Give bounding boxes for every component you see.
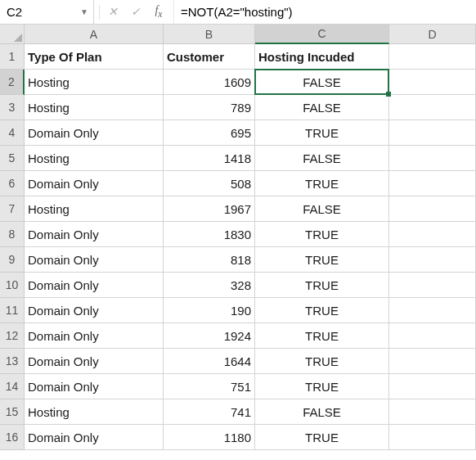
cell-A7[interactable]: Hosting	[25, 196, 164, 222]
fill-handle[interactable]	[386, 92, 391, 97]
cell-A12[interactable]: Domain Only	[25, 323, 164, 349]
cell-D8[interactable]	[389, 222, 476, 247]
cell-C5[interactable]: FALSE	[255, 146, 389, 171]
formula-bar: C2 ▼ ✕ ✓ fx =NOT(A2="hosting")	[0, 0, 476, 25]
separator	[99, 5, 100, 20]
cell-D3[interactable]	[389, 95, 476, 120]
cell-C13[interactable]: TRUE	[255, 349, 389, 374]
row-header-16[interactable]: 16	[0, 425, 25, 450]
enter-icon[interactable]: ✓	[124, 5, 147, 19]
cell-D6[interactable]	[389, 171, 476, 196]
column-header-A[interactable]: A	[25, 25, 164, 44]
cell-B16[interactable]: 1180	[164, 425, 255, 450]
cell-A15[interactable]: Hosting	[25, 399, 164, 425]
cell-B13[interactable]: 1644	[164, 349, 255, 374]
cell-D7[interactable]	[389, 196, 476, 222]
cell-D13[interactable]	[389, 349, 476, 374]
cell-B7[interactable]: 1967	[164, 196, 255, 222]
row-header-9[interactable]: 9	[0, 247, 25, 273]
cell-B12[interactable]: 1924	[164, 323, 255, 349]
cell-A13[interactable]: Domain Only	[25, 349, 164, 374]
spreadsheet-grid: ABCD1Type Of PlanCustomerHosting Incuded…	[0, 25, 476, 450]
row-header-6[interactable]: 6	[0, 171, 25, 196]
cell-B9[interactable]: 818	[164, 247, 255, 273]
cell-C6[interactable]: TRUE	[255, 171, 389, 196]
cell-D14[interactable]	[389, 374, 476, 399]
cell-A4[interactable]: Domain Only	[25, 120, 164, 146]
cell-C8[interactable]: TRUE	[255, 222, 389, 247]
cell-B3[interactable]: 789	[164, 95, 255, 120]
cell-A10[interactable]: Domain Only	[25, 273, 164, 298]
row-header-2[interactable]: 2	[0, 70, 25, 95]
cell-C7[interactable]: FALSE	[255, 196, 389, 222]
cell-B6[interactable]: 508	[164, 171, 255, 196]
cell-D1[interactable]	[389, 44, 476, 70]
row-header-10[interactable]: 10	[0, 273, 25, 298]
formula-text: =NOT(A2="hosting")	[181, 5, 293, 19]
cell-B8[interactable]: 1830	[164, 222, 255, 247]
cell-D9[interactable]	[389, 247, 476, 273]
row-header-14[interactable]: 14	[0, 374, 25, 399]
cell-B4[interactable]: 695	[164, 120, 255, 146]
cell-C12[interactable]: TRUE	[255, 323, 389, 349]
row-header-13[interactable]: 13	[0, 349, 25, 374]
cell-C11[interactable]: TRUE	[255, 298, 389, 323]
cell-D11[interactable]	[389, 298, 476, 323]
cell-A8[interactable]: Domain Only	[25, 222, 164, 247]
row-header-3[interactable]: 3	[0, 95, 25, 120]
row-header-11[interactable]: 11	[0, 298, 25, 323]
cell-D4[interactable]	[389, 120, 476, 146]
fx-icon[interactable]: fx	[147, 4, 170, 20]
cell-D16[interactable]	[389, 425, 476, 450]
cell-A14[interactable]: Domain Only	[25, 374, 164, 399]
cell-C1[interactable]: Hosting Incuded	[255, 44, 389, 70]
cell-A5[interactable]: Hosting	[25, 146, 164, 171]
row-header-5[interactable]: 5	[0, 146, 25, 171]
cell-C15[interactable]: FALSE	[255, 399, 389, 425]
formula-bar-buttons: ✕ ✓ fx	[94, 0, 173, 24]
row-header-7[interactable]: 7	[0, 196, 25, 222]
select-all-corner[interactable]	[0, 25, 25, 44]
cell-A3[interactable]: Hosting	[25, 95, 164, 120]
cell-B1[interactable]: Customer	[164, 44, 255, 70]
cell-A16[interactable]: Domain Only	[25, 425, 164, 450]
row-header-1[interactable]: 1	[0, 44, 25, 70]
row-header-8[interactable]: 8	[0, 222, 25, 247]
cell-C2[interactable]: FALSE	[255, 70, 389, 95]
chevron-down-icon[interactable]: ▼	[80, 7, 88, 16]
row-header-12[interactable]: 12	[0, 323, 25, 349]
cell-C9[interactable]: TRUE	[255, 247, 389, 273]
cell-A2[interactable]: Hosting	[25, 70, 164, 95]
cell-A1[interactable]: Type Of Plan	[25, 44, 164, 70]
cell-D5[interactable]	[389, 146, 476, 171]
cell-C3[interactable]: FALSE	[255, 95, 389, 120]
cell-C16[interactable]: TRUE	[255, 425, 389, 450]
cancel-icon[interactable]: ✕	[101, 5, 124, 19]
name-box[interactable]: C2 ▼	[0, 0, 94, 24]
cell-D10[interactable]	[389, 273, 476, 298]
cell-D2[interactable]	[389, 70, 476, 95]
cell-A9[interactable]: Domain Only	[25, 247, 164, 273]
cell-B2[interactable]: 1609	[164, 70, 255, 95]
cell-C14[interactable]: TRUE	[255, 374, 389, 399]
row-header-15[interactable]: 15	[0, 399, 25, 425]
column-header-D[interactable]: D	[389, 25, 476, 44]
cell-D15[interactable]	[389, 399, 476, 425]
cell-A11[interactable]: Domain Only	[25, 298, 164, 323]
cell-B11[interactable]: 190	[164, 298, 255, 323]
cell-B15[interactable]: 741	[164, 399, 255, 425]
cell-A6[interactable]: Domain Only	[25, 171, 164, 196]
row-header-4[interactable]: 4	[0, 120, 25, 146]
cell-B14[interactable]: 751	[164, 374, 255, 399]
cell-B10[interactable]: 328	[164, 273, 255, 298]
cell-C10[interactable]: TRUE	[255, 273, 389, 298]
cell-B5[interactable]: 1418	[164, 146, 255, 171]
cell-D12[interactable]	[389, 323, 476, 349]
formula-input[interactable]: =NOT(A2="hosting")	[173, 0, 476, 24]
column-header-B[interactable]: B	[164, 25, 255, 44]
column-header-C[interactable]: C	[255, 25, 389, 44]
cell-C4[interactable]: TRUE	[255, 120, 389, 146]
name-box-value: C2	[7, 5, 22, 19]
